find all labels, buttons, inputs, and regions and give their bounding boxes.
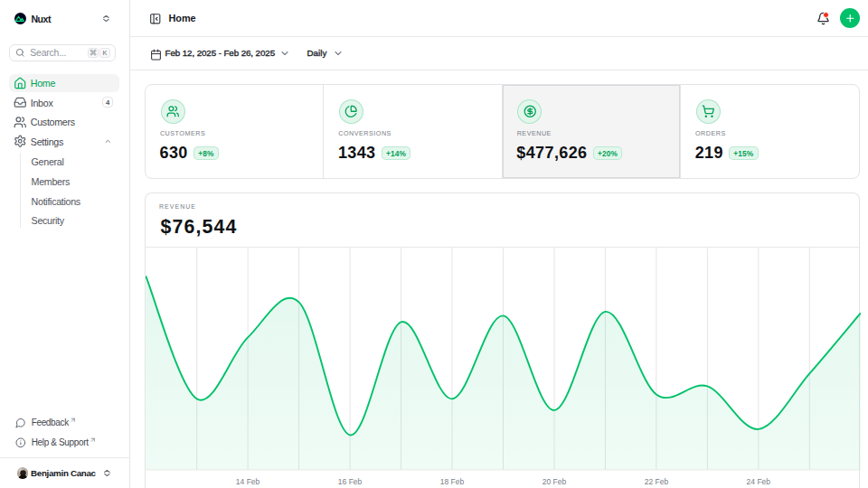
svg-text:22 Feb: 22 Feb: [644, 476, 668, 485]
svg-text:16 Feb: 16 Feb: [337, 476, 362, 485]
svg-text:24 Feb: 24 Feb: [746, 476, 770, 485]
svg-text:14 Feb: 14 Feb: [235, 476, 259, 485]
svg-text:18 Feb: 18 Feb: [439, 476, 464, 485]
svg-text:20 Feb: 20 Feb: [542, 476, 566, 485]
